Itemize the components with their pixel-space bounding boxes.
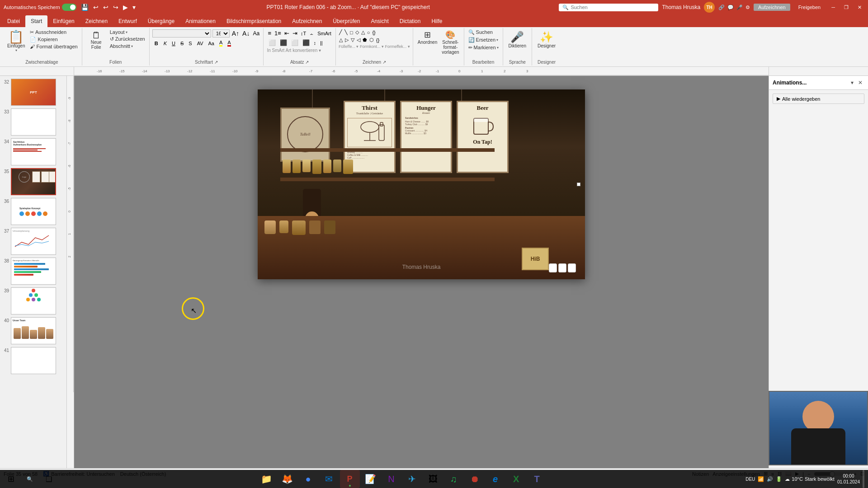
battery-icon[interactable]: 🔋 [776,476,782,482]
highlight-button[interactable]: A [217,39,224,47]
present-button[interactable]: ▶ [121,3,130,12]
diktieren-button[interactable]: 🎤 Diktieren [506,29,529,50]
tab-start[interactable]: Start [25,15,47,27]
slide-item-32[interactable]: 32 PPT [0,78,66,107]
font-size-select[interactable]: 16 [212,29,230,38]
taskbar-notepad[interactable]: 📝 [361,470,381,488]
strikethrough-button[interactable]: S [179,40,185,47]
task-view-button[interactable]: ❑ [40,470,58,488]
shape-5[interactable]: △ [361,29,365,36]
suchen-button[interactable]: 🔍 Suchen [467,29,494,36]
decrease-font-button[interactable]: A↓ [241,29,250,38]
start-button[interactable]: ⊞ [2,470,20,488]
redo-button[interactable]: ↪ [111,3,120,12]
align-right-button[interactable]: ⬜ [290,38,300,47]
shape-4[interactable]: ◇ [355,29,359,36]
slide-item-41[interactable]: 41 [0,346,66,375]
tab-zeichnen[interactable]: Zeichnen [80,15,113,27]
taskbar-audio[interactable]: ♫ [444,470,464,488]
text-columns-button[interactable]: ⫠ [308,30,315,37]
list-unordered-button[interactable]: ≡ [267,29,273,38]
show-desktop-button[interactable] [863,470,864,488]
justify-button[interactable]: ⬛ [301,38,311,47]
tab-aufzeichnen[interactable]: Aufzeichnen [287,15,327,27]
tab-animationen[interactable]: Animationen [180,15,221,27]
slide-item-37[interactable]: 37 Umsatzplanung [0,227,66,256]
slide-item-36[interactable]: 36 Spieleplan Konzept [0,197,66,226]
undo-button2[interactable]: ↩ [101,3,110,12]
tab-ansicht[interactable]: Ansicht [365,15,394,27]
font-family-select[interactable] [152,29,211,38]
ersetzen-button[interactable]: 🔄 Ersetzen ▾ [467,37,500,43]
share-icon[interactable]: 🔗 [718,5,725,10]
shadow-button[interactable]: S [187,40,193,47]
list-ordered-button[interactable]: 1≡ [274,29,282,38]
font-color-button[interactable]: A [226,39,232,47]
shape-10[interactable]: ▽ [350,37,355,43]
neue-folie-button[interactable]: 🗒 Neue Folie [85,29,108,52]
restore-button[interactable]: ❐ [841,4,851,11]
settings-icon[interactable]: ⚙ [745,5,750,10]
shape-13[interactable]: ⬡ [369,37,374,43]
taskbar-firefox[interactable]: 🦊 [278,470,297,488]
autosave-toggle[interactable] [62,4,76,11]
undo-button[interactable]: ↩ [91,3,100,12]
taskbar-teams[interactable]: T [527,470,547,488]
columns-button[interactable]: || [319,39,324,47]
underline-button[interactable]: U [170,40,177,47]
spacing-button[interactable]: AV [195,40,205,47]
designer-button[interactable]: ✨ Designer [535,29,558,50]
shape-11[interactable]: ◁ [356,37,361,43]
shape-3[interactable]: □ [349,29,354,36]
play-all-button[interactable]: ▶ Alle wiedergeben [773,94,864,104]
taskbar-photos[interactable]: 🖼 [423,470,443,488]
slide-item-34[interactable]: 34 Sachfokus Aufmerkuns Businessplan [0,137,66,166]
shape-6[interactable]: ○ [367,29,371,36]
tab-dictation[interactable]: Dictation [394,15,426,27]
slide-item-38[interactable]: 38 Ganzegroup Execution Übersicht [0,257,66,286]
ausschneiden-button[interactable]: ✂ Ausschneiden [28,29,79,36]
taskbar-explorer[interactable]: 📁 [257,470,277,488]
shape-8[interactable]: △ [339,37,343,43]
zuruecksetzen-button[interactable]: ↺ Zurücksetzen [108,36,146,42]
tab-ueberpruefen[interactable]: Überprüfen [327,15,365,27]
shape-7[interactable]: {} [372,29,376,36]
taskbar-chrome[interactable]: ● [298,470,318,488]
einfuegen-button[interactable]: 📋 Einfügen ▾ [5,29,28,54]
selection-handle[interactable] [577,183,580,186]
align-center-button[interactable]: ⬛ [278,38,288,47]
tab-hilfe[interactable]: Hilfe [426,15,448,27]
tab-uebergaenge[interactable]: Übergänge [142,15,180,27]
clear-format-button[interactable]: Aa [252,29,260,38]
slide-item-40[interactable]: 40 Unser Team [0,316,66,345]
slide-canvas[interactable]: TaBell Thirst Trankfalle | Getränke [258,89,585,279]
save-button[interactable]: 💾 [79,3,90,12]
slide-item-33[interactable]: 33 [0,108,66,136]
case-button[interactable]: Aa [207,40,216,47]
aufzeichnen-header-btn[interactable]: Aufzeichnen [754,4,790,11]
schnellformatvorlagen-button[interactable]: 🎨 Schnell- format- vorlagen [440,29,461,56]
comments-icon[interactable]: 💬 [727,5,734,10]
line-spacing-button[interactable]: ↕ [312,39,318,47]
align-left-button[interactable]: ⬜ [267,38,277,47]
taskbar-edge[interactable]: e [486,470,505,488]
tab-bildschirm[interactable]: Bildschirmpräsentation [221,15,287,27]
format-button[interactable]: 🖌 Format übertragen [28,43,79,50]
taskbar-telegram[interactable]: ✈ [402,470,422,488]
tab-einfuegen[interactable]: Einfügen [47,15,80,27]
search-bar[interactable]: 🔍 [559,4,658,11]
slide-item-35[interactable]: 35 Logo [0,167,66,196]
paste-dropdown[interactable]: ▾ [15,48,17,52]
increase-font-button[interactable]: A↑ [231,29,240,38]
layout-button[interactable]: Layout ▾ [108,29,146,35]
tab-datei[interactable]: Datei [2,15,25,27]
taskbar-powerpoint[interactable]: P [340,470,360,488]
markieren-button[interactable]: ✏ Markieren ▾ [467,44,500,51]
abschnitt-button[interactable]: Abschnitt ▾ [108,43,146,49]
taskbar-onenote[interactable]: N [382,470,401,488]
slide-item-39[interactable]: 39 [0,286,66,315]
taskbar-search[interactable]: 🔍 [21,470,39,488]
shape-14[interactable]: {} [376,37,380,43]
qat-customize[interactable]: ▾ [131,3,137,12]
shape-9[interactable]: ▷ [344,37,349,43]
